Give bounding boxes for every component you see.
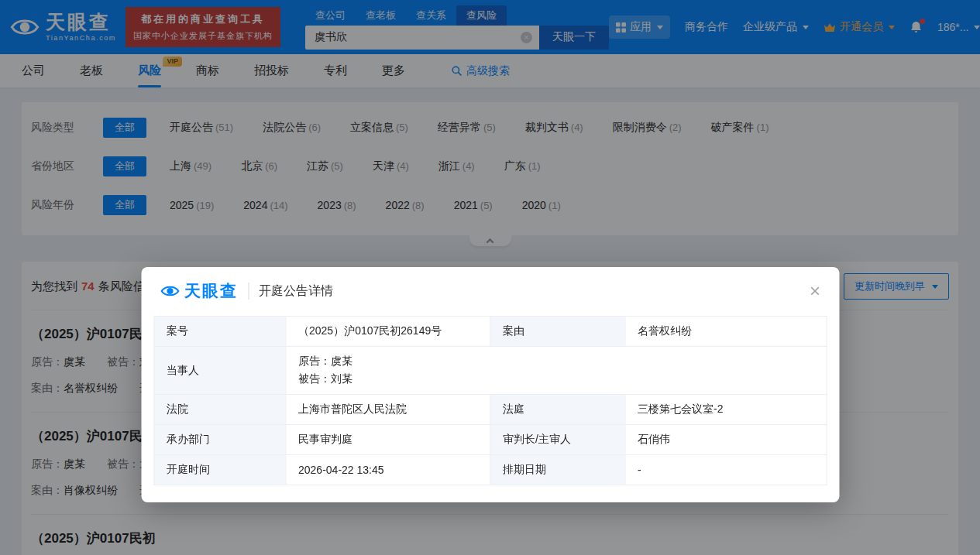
modal-brand-name: 天眼查 (184, 280, 238, 302)
table-row: 案号 （2025）沪0107民初26149号 案由 名誉权纠纷 (154, 317, 827, 347)
table-row: 当事人 原告：虞某 被告：刘某 (154, 347, 827, 395)
courtroom-label: 法庭 (490, 395, 625, 425)
judge-value: 石俏伟 (625, 425, 827, 455)
close-icon[interactable]: × (810, 282, 820, 300)
party-label: 当事人 (154, 347, 286, 395)
courtroom-value: 三楼第七会议室-2 (625, 395, 827, 425)
party-defendant: 被告：刘某 (298, 372, 813, 386)
schedule-date-label: 排期日期 (490, 455, 625, 485)
cause-label: 案由 (490, 317, 625, 347)
table-row: 承办部门 民事审判庭 审判长/主审人 石俏伟 (154, 425, 827, 455)
party-plaintiff: 原告：虞某 (298, 355, 813, 368)
hearing-time-value: 2026-04-22 13:45 (286, 455, 490, 485)
judge-label: 审判长/主审人 (490, 425, 625, 455)
modal-title: 开庭公告详情 (259, 283, 333, 300)
court-value: 上海市普陀区人民法院 (286, 395, 490, 425)
table-row: 开庭时间 2026-04-22 13:45 排期日期 - (154, 455, 827, 485)
table-row: 法院 上海市普陀区人民法院 法庭 三楼第七会议室-2 (154, 395, 827, 425)
hearing-detail-table: 案号 （2025）沪0107民初26149号 案由 名誉权纠纷 当事人 原告：虞… (153, 316, 827, 485)
modal-header: 天眼查 开庭公告详情 × (141, 267, 839, 311)
case-no-value: （2025）沪0107民初26149号 (286, 317, 490, 347)
modal-body: 案号 （2025）沪0107民初26149号 案由 名誉权纠纷 当事人 原告：虞… (141, 311, 839, 502)
tianyancha-logo-icon (160, 281, 180, 301)
schedule-date-value: - (625, 455, 827, 485)
hearing-time-label: 开庭时间 (154, 455, 286, 485)
modal-brand: 天眼查 (160, 280, 238, 302)
court-label: 法院 (154, 395, 286, 425)
cause-value: 名誉权纠纷 (625, 317, 827, 347)
department-label: 承办部门 (154, 425, 286, 455)
case-no-label: 案号 (154, 317, 286, 347)
party-value: 原告：虞某 被告：刘某 (286, 347, 827, 395)
vertical-divider (248, 283, 249, 300)
department-value: 民事审判庭 (286, 425, 490, 455)
hearing-detail-modal: 天眼查 开庭公告详情 × 案号 （2025）沪0107民初26149号 案由 名… (141, 267, 839, 502)
